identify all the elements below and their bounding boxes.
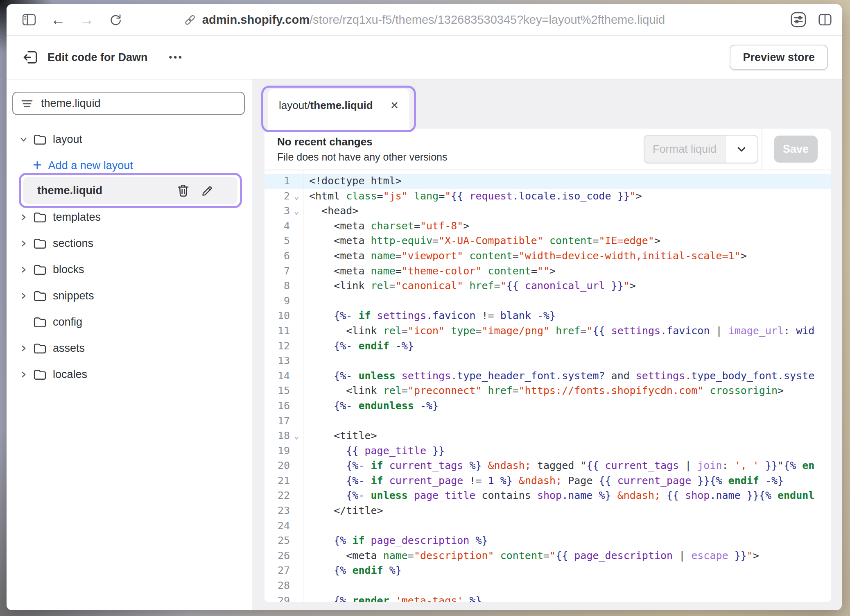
chevron-right-icon[interactable] bbox=[19, 370, 28, 379]
code-text: <meta name="theme-color" content=""> bbox=[303, 264, 556, 279]
tab-close-icon[interactable]: ✕ bbox=[390, 100, 399, 111]
sidebar-item-config[interactable]: config bbox=[7, 313, 252, 331]
fold-toggle-icon[interactable]: ⌄ bbox=[290, 428, 303, 444]
code-editor[interactable]: 1<!doctype html>2⌄<html class="js" lang=… bbox=[264, 170, 831, 602]
annotation-highlight-file: theme.liquid bbox=[19, 173, 242, 208]
fold-spacer bbox=[290, 593, 303, 602]
add-layout-link[interactable]: +Add a new layout bbox=[7, 157, 252, 174]
code-line-26[interactable]: 26 <meta name="description" content="{{ … bbox=[264, 548, 831, 564]
save-button[interactable]: Save bbox=[774, 136, 818, 163]
code-line-21[interactable]: 21 {%- if current_page != 1 %} &ndash; P… bbox=[264, 473, 831, 489]
fold-spacer bbox=[290, 444, 303, 459]
code-text: <meta name="viewport" content="width=dev… bbox=[303, 249, 747, 264]
sidebar-item-blocks[interactable]: blocks bbox=[7, 261, 252, 278]
more-menu-icon[interactable]: ••• bbox=[169, 52, 183, 63]
rename-file-icon[interactable] bbox=[201, 184, 214, 197]
code-line-3[interactable]: 3⌄ <head> bbox=[264, 204, 831, 219]
search-input[interactable] bbox=[40, 97, 237, 110]
code-line-2[interactable]: 2⌄<html class="js" lang="{{ request.loca… bbox=[264, 189, 831, 204]
line-number: 17 bbox=[264, 414, 290, 429]
sidebar-item-layout[interactable]: layout bbox=[7, 131, 252, 148]
format-liquid-button[interactable]: Format liquid bbox=[644, 135, 758, 163]
delete-file-icon[interactable] bbox=[177, 184, 190, 197]
sidebar-item-theme-liquid[interactable]: theme.liquid bbox=[23, 177, 237, 204]
fold-spacer bbox=[290, 339, 303, 354]
format-liquid-label[interactable]: Format liquid bbox=[644, 136, 725, 163]
code-line-22[interactable]: 22 {%- unless page_title contains shop.n… bbox=[264, 488, 831, 503]
code-line-11[interactable]: 11 <link rel="icon" type="image/png" hre… bbox=[264, 324, 831, 339]
code-line-6[interactable]: 6 <meta name="viewport" content="width=d… bbox=[264, 249, 831, 264]
fold-toggle-icon[interactable]: ⌄ bbox=[290, 204, 303, 219]
chevron-right-icon[interactable] bbox=[19, 292, 28, 300]
line-number: 4 bbox=[264, 219, 290, 234]
code-line-5[interactable]: 5 <meta http-equiv="X-UA-Compatible" con… bbox=[264, 233, 831, 249]
code-line-18[interactable]: 18⌄ <title> bbox=[264, 428, 831, 444]
code-line-4[interactable]: 4 <meta charset="utf-8"> bbox=[264, 219, 831, 234]
link-icon bbox=[183, 13, 197, 26]
code-text bbox=[303, 353, 309, 369]
code-line-14[interactable]: 14 {%- unless settings.type_header_font.… bbox=[264, 369, 831, 384]
format-options-caret[interactable] bbox=[725, 136, 757, 163]
code-line-27[interactable]: 27 {% endif %} bbox=[264, 563, 831, 578]
reload-icon[interactable] bbox=[108, 12, 123, 27]
preview-store-button[interactable]: Preview store bbox=[730, 45, 828, 70]
code-line-23[interactable]: 23 </title> bbox=[264, 503, 831, 519]
sidebar-toggle-icon[interactable] bbox=[21, 12, 37, 27]
code-text: {%- unless page_title contains shop.name… bbox=[303, 488, 814, 503]
fold-spacer bbox=[290, 249, 303, 264]
code-text: {%- endunless -%} bbox=[303, 399, 439, 414]
split-view-icon[interactable] bbox=[817, 12, 833, 27]
editor-panel: No recent changes File does not have any… bbox=[264, 129, 831, 602]
forward-arrow-icon[interactable]: → bbox=[79, 12, 94, 27]
file-name: theme.liquid bbox=[37, 184, 165, 197]
address-bar[interactable]: admin.shopify.com/store/rzq1xu-f5/themes… bbox=[183, 13, 665, 27]
code-line-10[interactable]: 10 {%- if settings.favicon != blank -%} bbox=[264, 308, 831, 324]
open-file-tab[interactable]: layout/theme.liquid ✕ bbox=[268, 89, 409, 129]
code-line-17[interactable]: 17 bbox=[264, 414, 831, 429]
versions-title: No recent changes bbox=[277, 136, 448, 148]
sidebar-item-snippets[interactable]: snippets bbox=[7, 287, 252, 304]
chevron-right-icon[interactable] bbox=[19, 344, 28, 353]
code-text: <meta http-equiv="X-UA-Compatible" conte… bbox=[303, 233, 660, 249]
code-line-15[interactable]: 15 <link rel="preconnect" href="https://… bbox=[264, 383, 831, 399]
line-number: 8 bbox=[264, 279, 290, 294]
browser-window: ← → admin.shopify.com/store/r bbox=[7, 4, 842, 610]
exit-editor-icon[interactable] bbox=[22, 49, 38, 66]
line-number: 3 bbox=[264, 204, 290, 219]
chevron-down-icon[interactable] bbox=[19, 135, 28, 144]
sidebar-item-assets[interactable]: assets bbox=[7, 340, 252, 357]
code-line-29[interactable]: 29 {% render 'meta-tags' %} bbox=[264, 593, 831, 602]
fold-spacer bbox=[290, 353, 303, 369]
code-line-12[interactable]: 12 {%- endif -%} bbox=[264, 339, 831, 354]
code-line-7[interactable]: 7 <meta name="theme-color" content=""> bbox=[264, 264, 831, 279]
divider bbox=[762, 129, 762, 170]
code-line-1[interactable]: 1<!doctype html> bbox=[264, 174, 831, 189]
code-line-25[interactable]: 25 {% if page_description %} bbox=[264, 533, 831, 548]
code-text bbox=[303, 578, 309, 593]
sidebar-item-templates[interactable]: templates bbox=[7, 208, 252, 226]
code-line-13[interactable]: 13 bbox=[264, 353, 831, 369]
chevron-right-icon[interactable] bbox=[19, 213, 28, 222]
back-arrow-icon[interactable]: ← bbox=[51, 12, 66, 27]
sidebar-item-sections[interactable]: sections bbox=[7, 235, 252, 252]
code-line-24[interactable]: 24 bbox=[264, 519, 831, 534]
line-number: 22 bbox=[264, 488, 290, 503]
chevron-right-icon[interactable] bbox=[19, 239, 28, 248]
browser-settings-icon[interactable] bbox=[790, 11, 807, 28]
chevron-right-icon[interactable] bbox=[19, 265, 28, 274]
fold-toggle-icon[interactable]: ⌄ bbox=[290, 189, 303, 204]
line-number: 16 bbox=[264, 399, 290, 414]
sidebar-item-locales[interactable]: locales bbox=[7, 366, 252, 383]
code-line-19[interactable]: 19 {{ page_title }} bbox=[264, 444, 831, 459]
code-line-20[interactable]: 20 {%- if current_tags %} &ndash; tagged… bbox=[264, 458, 831, 473]
code-line-8[interactable]: 8 <link rel="canonical" href="{{ canonic… bbox=[264, 279, 831, 294]
folder-icon bbox=[33, 316, 47, 328]
code-line-9[interactable]: 9 bbox=[264, 294, 831, 309]
code-text: <title> bbox=[303, 428, 377, 444]
file-tree-sidebar: layout+Add a new layouttheme.liquidtempl… bbox=[7, 79, 252, 610]
file-search-box[interactable] bbox=[12, 92, 245, 115]
code-line-28[interactable]: 28 bbox=[264, 578, 831, 593]
code-line-16[interactable]: 16 {%- endunless -%} bbox=[264, 399, 831, 414]
fold-spacer bbox=[290, 473, 303, 489]
code-text: {% if page_description %} bbox=[303, 533, 488, 548]
